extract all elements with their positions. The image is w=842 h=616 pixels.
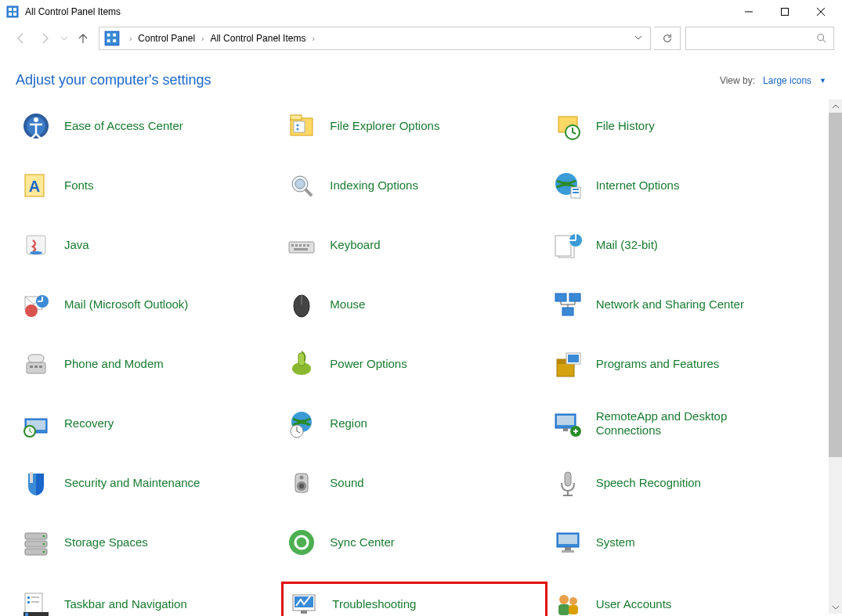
svg-rect-57 xyxy=(28,355,44,362)
power-icon xyxy=(284,347,319,381)
svg-point-80 xyxy=(300,476,304,480)
sync-icon xyxy=(284,525,319,560)
control-panel-item-region[interactable]: Region xyxy=(281,403,547,444)
item-label: User Accounts xyxy=(596,597,672,611)
folder-options-icon xyxy=(284,109,319,143)
item-label: Programs and Features xyxy=(596,357,720,371)
item-label: Java xyxy=(64,238,89,252)
control-panel-item-ease-access[interactable]: Ease of Access Center xyxy=(16,106,281,146)
svg-point-48 xyxy=(25,304,38,317)
control-panel-item-security[interactable]: Security and Maintenance xyxy=(16,463,281,503)
scroll-thumb[interactable] xyxy=(829,113,842,457)
svg-text:A: A xyxy=(29,178,40,195)
breadcrumb-root[interactable]: Control Panel xyxy=(136,33,197,44)
control-panel-icon xyxy=(6,5,19,18)
chevron-right-icon[interactable]: › xyxy=(307,34,319,43)
svg-rect-2 xyxy=(13,8,16,11)
address-bar[interactable]: › Control Panel › All Control Panel Item… xyxy=(99,27,651,50)
item-label: Region xyxy=(330,416,367,430)
svg-rect-45 xyxy=(555,236,571,256)
control-panel-item-remoteapp[interactable]: RemoteApp and Desktop Connections xyxy=(547,403,813,444)
control-panel-item-recovery[interactable]: Recovery xyxy=(16,403,281,444)
scroll-up-icon[interactable] xyxy=(829,99,842,113)
svg-rect-39 xyxy=(295,244,298,247)
refresh-button[interactable] xyxy=(654,27,681,50)
users-icon xyxy=(551,587,585,616)
svg-rect-11 xyxy=(113,34,116,37)
fonts-icon: A xyxy=(19,168,53,203)
svg-rect-96 xyxy=(27,596,30,599)
control-panel-item-fonts[interactable]: AFonts xyxy=(16,165,281,206)
location-icon xyxy=(104,31,120,46)
sound-icon xyxy=(284,466,319,500)
control-panel-grid: Ease of Access CenterFile Explorer Optio… xyxy=(0,99,829,616)
svg-point-88 xyxy=(43,543,45,546)
control-panel-item-internet[interactable]: Internet Options xyxy=(547,165,813,206)
control-panel-item-mouse[interactable]: Mouse xyxy=(281,284,547,325)
item-label: Network and Sharing Center xyxy=(596,297,744,312)
maximize-button[interactable] xyxy=(767,0,803,23)
svg-rect-33 xyxy=(573,189,579,190)
control-panel-item-sync[interactable]: Sync Center xyxy=(281,522,547,563)
svg-point-79 xyxy=(299,484,304,488)
svg-rect-74 xyxy=(563,428,568,431)
svg-rect-99 xyxy=(25,613,28,616)
control-panel-item-indexing[interactable]: Indexing Options xyxy=(281,165,547,206)
svg-rect-102 xyxy=(301,611,307,614)
svg-line-15 xyxy=(823,40,826,43)
close-button[interactable] xyxy=(803,0,839,23)
forward-button[interactable] xyxy=(33,26,58,51)
svg-rect-66 xyxy=(568,355,579,362)
chevron-right-icon[interactable]: › xyxy=(125,34,136,43)
control-panel-item-java[interactable]: Java xyxy=(16,225,281,265)
svg-rect-97 xyxy=(27,601,30,603)
recent-locations-button[interactable] xyxy=(58,26,70,51)
page-title: Adjust your computer's settings xyxy=(16,72,211,88)
item-label: Sound xyxy=(330,476,363,490)
svg-point-89 xyxy=(43,551,45,553)
control-panel-item-taskbar[interactable]: Taskbar and Navigation xyxy=(16,582,281,616)
java-icon xyxy=(19,228,53,262)
scrollbar[interactable] xyxy=(829,99,842,614)
chevron-right-icon[interactable]: › xyxy=(197,34,208,43)
item-label: Ease of Access Center xyxy=(64,119,183,133)
item-label: Troubleshooting xyxy=(332,597,416,611)
item-label: Phone and Modem xyxy=(64,357,164,371)
svg-rect-37 xyxy=(289,242,314,253)
control-panel-item-mail-outlook[interactable]: Mail (Microsoft Outlook) xyxy=(16,284,281,325)
item-label: Fonts xyxy=(64,178,94,193)
svg-rect-21 xyxy=(294,121,305,132)
storage-icon xyxy=(19,525,53,560)
control-panel-item-network[interactable]: Network and Sharing Center xyxy=(547,284,813,325)
view-by-control[interactable]: View by: Large icons ▼ xyxy=(720,75,826,86)
back-button[interactable] xyxy=(8,26,33,51)
svg-rect-59 xyxy=(34,366,38,368)
navbar: › Control Panel › All Control Panel Item… xyxy=(0,23,842,53)
control-panel-item-folder-options[interactable]: File Explorer Options xyxy=(281,106,547,146)
address-dropdown[interactable] xyxy=(627,34,650,43)
view-by-value: Large icons xyxy=(763,75,811,86)
breadcrumb-current[interactable]: All Control Panel Items xyxy=(208,33,307,44)
control-panel-item-keyboard[interactable]: Keyboard xyxy=(281,225,547,265)
control-panel-item-troubleshoot[interactable]: Troubleshooting xyxy=(281,582,547,616)
control-panel-item-speech[interactable]: Speech Recognition xyxy=(547,463,813,503)
control-panel-item-phone[interactable]: Phone and Modem xyxy=(16,344,281,384)
control-panel-item-file-history[interactable]: File History xyxy=(547,106,813,146)
control-panel-item-system[interactable]: System xyxy=(547,522,813,563)
control-panel-item-programs[interactable]: Programs and Features xyxy=(547,344,813,384)
control-panel-item-users[interactable]: User Accounts xyxy=(547,582,813,616)
svg-point-14 xyxy=(818,34,824,41)
control-panel-item-mail32[interactable]: Mail (32-bit) xyxy=(547,225,813,265)
svg-rect-41 xyxy=(303,244,305,247)
control-panel-item-sound[interactable]: Sound xyxy=(281,463,547,503)
item-label: RemoteApp and Desktop Connections xyxy=(596,409,753,438)
scroll-down-icon[interactable] xyxy=(829,600,842,614)
search-input[interactable] xyxy=(685,27,834,50)
svg-rect-34 xyxy=(573,192,579,193)
control-panel-item-storage[interactable]: Storage Spaces xyxy=(16,522,281,563)
minimize-button[interactable] xyxy=(731,0,767,23)
up-button[interactable] xyxy=(70,26,96,51)
control-panel-item-power[interactable]: Power Options xyxy=(281,344,547,384)
speech-icon xyxy=(551,466,585,500)
svg-rect-92 xyxy=(558,535,577,544)
